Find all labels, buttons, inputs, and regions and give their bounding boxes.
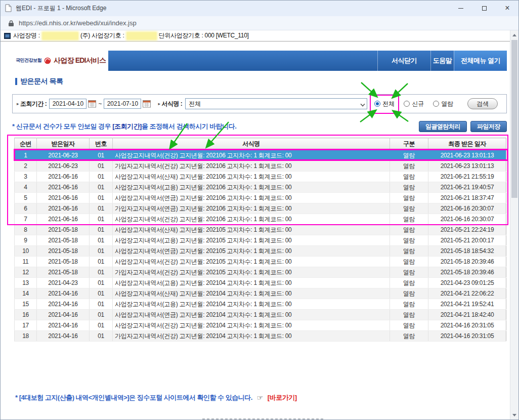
cell-status: 열람 <box>390 150 428 161</box>
cell-form-name: 사업장고지내역서(연금) 고지년월: 202104 고지차수: 1 회계코드: … <box>113 310 390 320</box>
col-header-last-received: 최종 받은 일자 <box>428 138 506 150</box>
search-button[interactable]: 검색 <box>467 98 498 109</box>
cell-no: 15 <box>15 299 37 310</box>
cell-seq: 01 <box>90 278 113 288</box>
batch-read-button[interactable]: 일괄열람처리 <box>419 121 467 132</box>
date-from-input[interactable] <box>49 99 87 109</box>
table-row[interactable]: 6 2021-06-16 01 가입자고지내역서(연금) 고지년월: 20210… <box>15 203 506 214</box>
minimize-icon <box>458 8 463 9</box>
col-header-received-date: 받은일자 <box>37 138 90 150</box>
table-row[interactable]: 2 2021-06-23 01 가입자고지내역서(건강) 고지년월: 20210… <box>15 161 506 172</box>
cell-status: 열람 <box>390 193 428 203</box>
cell-last-received: 2021-04-16 20:31:05 <box>428 331 506 342</box>
cell-seq: 01 <box>90 299 113 310</box>
business-name-label: 사업장명 : <box>13 31 40 40</box>
calendar-icon <box>88 100 96 108</box>
cell-received-date: 2021-06-16 <box>37 214 90 225</box>
table-row[interactable]: 16 2021-04-16 01 사업장고지내역서(연금) 고지년월: 2021… <box>15 310 506 320</box>
cell-no: 8 <box>15 225 37 235</box>
table-row[interactable]: 4 2021-06-16 01 사업장고지내역서(고용) 고지년월: 20210… <box>15 182 506 193</box>
nhis-logo[interactable]: 국민건강보험 사업장 EDI서비스 <box>12 51 108 71</box>
table-row[interactable]: 1 2021-06-23 01 사업장고지내역서(건강) 고지년월: 20210… <box>15 150 506 161</box>
cell-form-name: 가입자고지내역서(건강) 고지년월: 202105 고지차수: 1 회계코드: … <box>113 267 390 278</box>
scroll-up-button[interactable] <box>510 30 518 39</box>
table-row[interactable]: 9 2021-05-18 01 사업장고지내역서(고용) 고지년월: 20210… <box>15 235 506 246</box>
table-row[interactable]: 3 2021-06-16 01 사업장고지내역서(산재) 고지년월: 20210… <box>15 172 506 182</box>
radio-all[interactable]: 전체 <box>372 98 397 110</box>
help-button[interactable]: 도움말 <box>430 51 454 71</box>
cell-received-date: 2021-05-18 <box>37 257 90 267</box>
cell-no: 16 <box>15 310 37 320</box>
cell-received-date: 2021-06-16 <box>37 203 90 214</box>
cell-status: 열람 <box>390 331 428 342</box>
cell-form-name: 사업장고지내역서(고용) 고지년월: 202104 고지차수: 1 회계코드: … <box>113 299 390 310</box>
cell-form-name: 사업장고지내역서(고용) 고지년월: 202106 고지차수: 1 회계코드: … <box>113 182 390 193</box>
radio-read-label: 열람 <box>441 100 453 108</box>
table-row[interactable]: 13 2021-04-23 01 사업장고지내역서(고용) 고지년월: 2021… <box>15 278 506 288</box>
pointing-hand-icon: ☞ <box>257 394 263 402</box>
radio-new-label: 신규 <box>412 100 424 108</box>
col-header-no: 순번 <box>15 138 37 150</box>
address-bar[interactable]: https://edi.nhis.or.kr/webedi/xui/index.… <box>0 16 519 30</box>
lock-icon <box>8 20 14 27</box>
cell-form-name: 사업장고지내역서(고용) 고지년월: 202104 고지차수: 1 회계코드: … <box>113 278 390 288</box>
arrow-bullet-icon: ▸ <box>17 101 19 106</box>
cell-form-name: 사업장고지내역서(연금) 고지년월: 202106 고지차수: 1 회계코드: … <box>113 193 390 203</box>
scroll-up-icon <box>512 32 516 36</box>
close-button[interactable]: × <box>496 0 519 16</box>
table-row[interactable]: 14 2021-04-16 01 사업장고지내역서(산재) 고지년월: 2021… <box>15 288 506 299</box>
cell-last-received: 2021-05-18 20:39:46 <box>428 267 506 278</box>
cell-seq: 01 <box>90 203 113 214</box>
cell-seq: 01 <box>90 288 113 299</box>
table-row[interactable]: 11 2021-05-18 01 사업장고지내역서(건강) 고지년월: 2021… <box>15 257 506 267</box>
cell-form-name: 사업장고지내역서(건강) 고지년월: 202106 고지차수: 1 회계코드: … <box>113 150 390 161</box>
cell-no: 14 <box>15 288 37 299</box>
cell-seq: 01 <box>90 214 113 225</box>
radio-all-label: 전체 <box>382 100 395 108</box>
cell-last-received: 2021-06-21 18:37:47 <box>428 193 506 203</box>
shortcut-link[interactable]: [바로가기] <box>268 393 297 402</box>
scrollbar-thumb[interactable] <box>511 40 517 198</box>
radio-read[interactable]: 열람 <box>431 98 455 110</box>
cell-no: 4 <box>15 182 37 193</box>
table-row[interactable]: 10 2021-05-18 01 사업장고지내역서(연금) 고지년월: 2021… <box>15 246 506 257</box>
cell-status: 열람 <box>390 320 428 331</box>
cell-no: 2 <box>15 161 37 172</box>
cell-status: 열람 <box>390 288 428 299</box>
form-name-select[interactable]: 전체 <box>185 98 367 109</box>
cell-received-date: 2021-05-18 <box>37 246 90 257</box>
table-row[interactable]: 7 2021-06-16 01 사업장고지내역서(건강) 고지년월: 20210… <box>15 214 506 225</box>
close-form-button[interactable]: 서식닫기 <box>377 51 430 71</box>
titlebar: 웹EDI - 프로필 1 - Microsoft Edge × <box>0 0 519 16</box>
open-full-menu-button[interactable]: 전체메뉴 열기 <box>454 51 507 71</box>
calendar-to-button[interactable] <box>142 100 151 108</box>
cell-no: 6 <box>15 203 37 214</box>
cell-received-date: 2021-04-16 <box>37 320 90 331</box>
cell-received-date: 2021-06-16 <box>37 182 90 193</box>
minimize-button[interactable] <box>449 0 472 16</box>
business-code-label: (주) 사업장기호 : <box>80 31 124 40</box>
cell-no: 3 <box>15 172 37 182</box>
radio-new[interactable]: 신규 <box>402 98 426 110</box>
cell-received-date: 2021-04-16 <box>37 299 90 310</box>
date-to-input[interactable] <box>104 99 141 109</box>
table-row[interactable]: 17 2021-04-16 01 사업장고지내역서(건강) 고지년월: 2021… <box>15 320 506 331</box>
cell-received-date: 2021-06-16 <box>37 172 90 182</box>
table-row[interactable]: 12 2021-05-18 01 가입자고지내역서(건강) 고지년월: 2021… <box>15 267 506 278</box>
cell-received-date: 2021-04-23 <box>37 278 90 288</box>
cell-received-date: 2021-06-16 <box>37 193 90 203</box>
vertical-scrollbar[interactable] <box>510 30 518 419</box>
table-row[interactable]: 18 2021-04-16 01 가입자고지내역서(건강) 고지년월: 2021… <box>15 331 506 342</box>
calendar-from-button[interactable] <box>88 100 96 108</box>
cell-seq: 01 <box>90 225 113 235</box>
col-header-seq: 번호 <box>90 138 113 150</box>
table-row[interactable]: 5 2021-06-16 01 사업장고지내역서(연금) 고지년월: 20210… <box>15 193 506 203</box>
cell-form-name: 사업장고지내역서(산재) 고지년월: 202105 고지차수: 1 회계코드: … <box>113 225 390 235</box>
table-row[interactable]: 15 2021-04-16 01 사업장고지내역서(고용) 고지년월: 2021… <box>15 299 506 310</box>
cell-received-date: 2021-04-16 <box>37 288 90 299</box>
file-save-button[interactable]: 파일저장 <box>470 121 507 132</box>
maximize-button[interactable] <box>472 0 496 16</box>
table-row[interactable]: 8 2021-05-18 01 사업장고지내역서(산재) 고지년월: 20210… <box>15 225 506 235</box>
scroll-down-button[interactable] <box>510 411 518 419</box>
cell-seq: 01 <box>90 331 113 342</box>
